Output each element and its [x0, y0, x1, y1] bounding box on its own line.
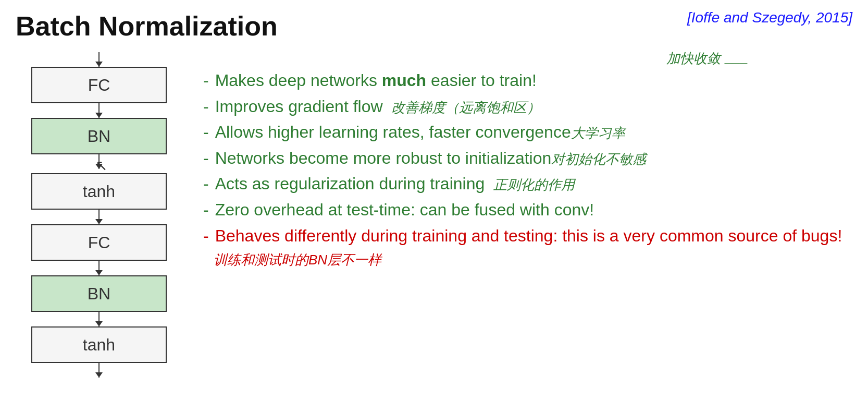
bullet-dash-5: - — [203, 173, 209, 195]
bullet-text-3: Allows higher learning rates, faster con… — [215, 122, 625, 143]
arrow-bottom — [98, 363, 100, 378]
diagram-column: FC BN ↖ tanh FC BN tan — [16, 47, 182, 378]
bullet-item-7: - Behaves differently during training an… — [203, 225, 852, 247]
box-bn-1: BN — [31, 118, 167, 154]
annotation-robust: 对初始化不敏感 — [551, 151, 646, 167]
annotation-top-area: 加快收敛 ___ — [203, 50, 748, 69]
chinese-note: 训练和测试时的BN层不一样 — [214, 251, 852, 269]
bullet-dash-1: - — [203, 70, 209, 92]
box-tanh-2: tanh — [31, 326, 167, 363]
bullet-item-1: - Makes deep networks much easier to tra… — [203, 70, 852, 92]
bullet-text-6: Zero overhead at test-time: can be fused… — [215, 199, 594, 221]
box-tanh-1: tanh — [31, 173, 167, 210]
box-bn-2: BN — [31, 275, 167, 312]
arrow-cursor-area: ↖ — [98, 154, 100, 169]
bullet-item-6: - Zero overhead at test-time: can be fus… — [203, 199, 852, 221]
bullet-text-4: Networks become more robust to initializ… — [215, 148, 647, 169]
arrow-1 — [98, 103, 100, 118]
bullets-column: 加快收敛 ___ - Makes deep networks much easi… — [182, 47, 852, 269]
bold-much: much — [382, 71, 426, 90]
bullet-item-2: - Improves gradient flow 改善梯度（远离饱和区） — [203, 96, 852, 118]
annotation-gradient: 改善梯度（远离饱和区） — [391, 100, 540, 115]
box-fc-1: FC — [31, 67, 167, 103]
bullet-dash-2: - — [203, 96, 209, 118]
arrow-5 — [98, 312, 100, 326]
bullet-dash-4: - — [203, 148, 209, 169]
content-area: FC BN ↖ tanh FC BN tan — [16, 47, 852, 378]
page-container: Batch Normalization [Ioffe and Szegedy, … — [0, 0, 868, 412]
bullet-item-3: - Allows higher learning rates, faster c… — [203, 122, 852, 143]
bullet-item-4: - Networks become more robust to initial… — [203, 148, 852, 169]
mouse-cursor-icon: ↖ — [95, 157, 107, 174]
bullet-text-7: Behaves differently during training and … — [215, 225, 842, 247]
bullet-item-5: - Acts as regularization during training… — [203, 173, 852, 195]
bullet-dash-6: - — [203, 199, 209, 221]
arrow-3 — [98, 210, 100, 224]
box-fc-2: FC — [31, 224, 167, 261]
annotation-top-text: 加快收敛 — [666, 50, 721, 68]
annotation-lr: 大学习率 — [571, 125, 625, 141]
bullet-text-5: Acts as regularization during training 正… — [215, 173, 575, 195]
annotation-top-line: ___ — [726, 50, 748, 69]
arrow-4 — [98, 261, 100, 275]
bullet-dash-3: - — [203, 122, 209, 143]
bullet-text-1: Makes deep networks much easier to train… — [215, 70, 537, 92]
bullet-text-2: Improves gradient flow 改善梯度（远离饱和区） — [215, 96, 541, 118]
citation: [Ioffe and Szegedy, 2015] — [687, 9, 852, 26]
arrow-top — [98, 52, 100, 67]
bullet-dash-7: - — [203, 225, 209, 247]
annotation-reg: 正则化的作用 — [493, 177, 575, 192]
